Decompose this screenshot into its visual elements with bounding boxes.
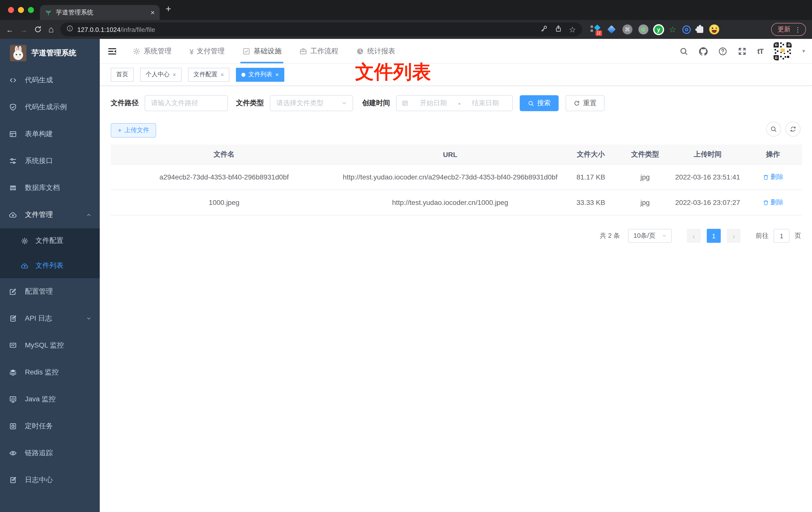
nav-item-system[interactable]: 系统管理	[133, 39, 172, 63]
check-square-icon	[243, 47, 251, 55]
toggle-search-button[interactable]	[766, 122, 781, 137]
address-bar[interactable]: 127.0.0.1:1024/infra/file/file ☆	[60, 23, 582, 36]
new-tab-button[interactable]: +	[166, 3, 171, 14]
yen-icon: ¥	[190, 47, 194, 55]
delete-button[interactable]: 删除	[744, 164, 802, 189]
cell-upload-time: 2022-03-16 23:51:41	[671, 164, 744, 189]
site-info-icon[interactable]	[66, 25, 73, 34]
sidebar-item-redis-monitor[interactable]: Redis 监控	[0, 359, 100, 386]
avatar-qr-code[interactable]	[774, 42, 792, 60]
sidebar-item-db-doc[interactable]: 数据库文档	[0, 175, 100, 202]
close-icon[interactable]: ×	[275, 71, 279, 78]
sidebar-item-log-center[interactable]: 日志中心	[0, 466, 100, 493]
page-size-select[interactable]: 10条/页	[628, 229, 672, 243]
sidebar-item-file-config[interactable]: 文件配置	[0, 228, 100, 253]
extension-star-icon[interactable]: ☆	[669, 25, 676, 34]
app-logo: 芋道管理系统	[0, 39, 100, 67]
github-icon[interactable]	[699, 47, 708, 56]
cell-file-size: 81.17 KB	[563, 164, 619, 189]
start-date-input[interactable]: 开始日期	[411, 99, 455, 108]
window-zoom-button[interactable]	[28, 7, 34, 13]
prev-page-button[interactable]: ‹	[687, 229, 701, 243]
navbar-right: tT ▾	[679, 42, 805, 60]
extension-diamond-icon[interactable]: 11	[590, 24, 601, 34]
gauge-icon	[356, 47, 364, 55]
page-unit-label: 页	[794, 231, 801, 240]
cell-upload-time: 2022-03-16 23:07:27	[671, 190, 744, 215]
sidebar-item-system-api[interactable]: 系统接口	[0, 148, 100, 175]
search-icon[interactable]	[679, 47, 689, 56]
file-path-input[interactable]: 请输入文件路径	[145, 95, 228, 111]
delete-button[interactable]: 删除	[744, 190, 802, 215]
tab-home[interactable]: 首页	[111, 67, 134, 82]
tab-file-list[interactable]: 文件列表 ×	[236, 67, 284, 82]
profile-emoji-icon[interactable]	[709, 24, 719, 34]
home-icon[interactable]: ⌂	[48, 25, 54, 34]
share-icon[interactable]	[554, 25, 562, 34]
file-table: 文件名 URL 文件大小 文件类型 上传时间 操作 a294ecb2-73dd-…	[111, 145, 802, 215]
browser-menu-icon[interactable]: ⋮	[794, 26, 801, 33]
sidebar-item-code-gen-demo[interactable]: 代码生成示例	[0, 94, 100, 121]
extension-target-icon[interactable]	[682, 25, 691, 34]
sidebar-item-scheduled-task[interactable]: 定时任务	[0, 413, 100, 440]
extensions-puzzle-icon[interactable]	[697, 26, 703, 33]
tab-close-icon[interactable]: ×	[151, 8, 155, 17]
search-button[interactable]: 搜索	[520, 95, 559, 111]
extension-badge: 11	[596, 30, 602, 36]
reset-button[interactable]: 重置	[566, 95, 605, 111]
bookmark-star-icon[interactable]: ☆	[569, 25, 576, 34]
file-type-label: 文件类型	[236, 99, 264, 108]
upload-file-button[interactable]: + 上传文件	[111, 123, 156, 137]
tab-profile[interactable]: 个人中心 ×	[140, 67, 181, 82]
close-icon[interactable]: ×	[173, 71, 176, 78]
window-close-button[interactable]	[8, 7, 14, 13]
sidebar-fold-icon[interactable]	[107, 47, 118, 56]
reload-icon[interactable]	[34, 25, 42, 33]
goto-label: 前往	[756, 231, 768, 240]
end-date-input[interactable]: 结束日期	[464, 99, 508, 108]
browser-tabstrip: 芋道管理系统 × +	[0, 0, 812, 20]
goto-page-input[interactable]	[774, 229, 789, 243]
fullscreen-icon[interactable]	[738, 47, 747, 56]
screen: 芋道管理系统 × + ← → ⌂ 127.0.0.1:1024/infra/fi…	[0, 0, 812, 512]
caret-down-icon[interactable]: ▾	[802, 48, 805, 54]
nav-item-workflow[interactable]: 工作流程	[299, 39, 339, 63]
doc-edit-icon	[9, 314, 17, 323]
forward-icon[interactable]: →	[20, 26, 27, 33]
extension-dot-icon[interactable]	[638, 24, 648, 34]
password-key-icon[interactable]	[540, 25, 547, 34]
nav-item-payment[interactable]: ¥ 支付管理	[190, 39, 225, 63]
annotation-overlay-text: 文件列表	[355, 61, 431, 83]
nav-item-infra[interactable]: 基础设施	[243, 39, 282, 63]
date-range-picker[interactable]: 开始日期 - 结束日期	[396, 95, 513, 111]
file-type-select[interactable]: 请选择文件类型	[270, 95, 353, 111]
sidebar-item-file-list[interactable]: 文件列表	[0, 253, 100, 278]
browser-update-button[interactable]: 更新 ⋮	[771, 23, 806, 36]
extension-y-icon[interactable]: y	[655, 25, 663, 34]
sidebar-item-trace[interactable]: 链路追踪	[0, 440, 100, 466]
page-number-button[interactable]: 1	[707, 229, 721, 243]
sidebar-item-form-builder[interactable]: 表单构建	[0, 121, 100, 148]
help-icon[interactable]	[719, 47, 727, 56]
extension-gem-icon[interactable]	[607, 24, 616, 34]
back-icon[interactable]: ←	[6, 26, 13, 33]
table-header-row: 文件名 URL 文件大小 文件类型 上传时间 操作	[111, 145, 802, 164]
close-icon[interactable]: ×	[221, 71, 224, 78]
font-size-icon[interactable]: tT	[757, 47, 763, 55]
sidebar-item-code-gen[interactable]: 代码生成	[0, 67, 100, 94]
refresh-table-button[interactable]	[786, 122, 801, 137]
window-minimize-button[interactable]	[18, 7, 24, 13]
sidebar-item-mysql-monitor[interactable]: MySQL 监控	[0, 332, 100, 359]
tab-file-config[interactable]: 文件配置 ×	[188, 67, 229, 82]
browser-tab[interactable]: 芋道管理系统 ×	[40, 5, 160, 20]
gear-icon	[21, 237, 28, 244]
briefcase-icon	[299, 47, 308, 55]
sidebar-item-file-manage[interactable]: 文件管理	[0, 202, 100, 228]
sidebar-item-config-manage[interactable]: 配置管理	[0, 278, 100, 305]
cell-file-url: http://test.yudao.iocoder.cn/1000.jpeg	[338, 190, 563, 215]
extension-command-icon[interactable]: ⌘	[622, 24, 633, 34]
sidebar-item-api-log[interactable]: API 日志	[0, 305, 100, 332]
next-page-button[interactable]: ›	[727, 229, 741, 243]
nav-item-report[interactable]: 统计报表	[356, 39, 395, 63]
sidebar-item-java-monitor[interactable]: Java 监控	[0, 386, 100, 413]
